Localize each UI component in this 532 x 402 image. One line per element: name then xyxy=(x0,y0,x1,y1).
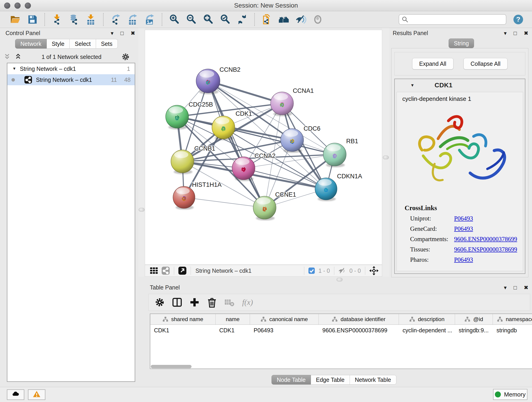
left-splitter[interactable] xyxy=(138,28,145,277)
expand-all-icon[interactable] xyxy=(14,53,22,61)
right-splitter[interactable] xyxy=(382,28,389,277)
fit-content-icon[interactable] xyxy=(369,266,379,275)
node-CDKN1A[interactable] xyxy=(315,178,337,200)
column-header-shared-name[interactable]: shared name xyxy=(150,314,215,325)
tab-edge-table[interactable]: Edge Table xyxy=(311,375,350,385)
zoom-fit-icon[interactable] xyxy=(202,13,214,26)
node-CCNB2[interactable] xyxy=(196,69,220,93)
table-row[interactable]: CDK1CDK1P064939606.ENSP00000378699cyclin… xyxy=(150,325,532,336)
node-CDC25B[interactable] xyxy=(166,105,189,128)
panel-menu-icon[interactable]: ▾ xyxy=(504,285,507,290)
column-header-name[interactable]: name xyxy=(215,314,250,325)
node-label-CCNA2: CCNA2 xyxy=(254,153,276,159)
import-network-icon[interactable] xyxy=(51,13,63,26)
warnings-button[interactable] xyxy=(28,389,45,400)
node-CDK1[interactable] xyxy=(212,116,235,139)
node-CCNA1[interactable] xyxy=(271,92,293,115)
node-RB1[interactable] xyxy=(323,143,346,166)
node-HIST1H1A[interactable] xyxy=(173,186,195,208)
table-settings-gear-icon[interactable] xyxy=(154,297,165,308)
first-neighbors-icon[interactable] xyxy=(278,13,290,26)
edge-CCNB2-CCNE1[interactable] xyxy=(208,81,265,208)
node-CCNE1[interactable] xyxy=(253,196,276,219)
detach-view-icon[interactable] xyxy=(178,266,187,275)
scrollbar-thumb[interactable] xyxy=(151,365,191,368)
horizontal-splitter-handle[interactable] xyxy=(336,278,342,281)
panel-close-icon[interactable]: ✖ xyxy=(524,285,528,290)
column-header-database-identifier[interactable]: database identifier xyxy=(319,314,399,325)
table-horizontal-scrollbar[interactable] xyxy=(151,365,220,369)
panel-float-icon[interactable]: □ xyxy=(513,285,517,290)
crosslink-link[interactable]: 9606.ENSP00000378699 xyxy=(454,236,517,243)
export-image-icon[interactable] xyxy=(144,13,156,26)
selected-items-checkbox-icon[interactable] xyxy=(308,267,315,274)
left-splitter-handle[interactable] xyxy=(139,208,145,211)
apply-layout-icon[interactable] xyxy=(236,13,248,26)
gene-expander-icon[interactable]: ▼ xyxy=(410,83,414,88)
zoom-selected-icon[interactable] xyxy=(219,13,231,26)
open-session-icon[interactable] xyxy=(9,13,21,26)
network-row[interactable]: String Network – cdk1 11 48 xyxy=(7,74,135,85)
cell[interactable]: CDK1 xyxy=(150,327,215,334)
crosslink-link[interactable]: 9606.ENSP00000378699 xyxy=(454,246,517,253)
crosslink-link[interactable]: P06493 xyxy=(454,225,473,232)
import-table-icon[interactable] xyxy=(85,13,97,26)
crosslink-link[interactable]: P06493 xyxy=(454,215,473,222)
delete-column-icon[interactable] xyxy=(206,297,217,308)
tab-node-table[interactable]: Node Table xyxy=(272,375,311,385)
gene-header[interactable]: ▼ CDK1 xyxy=(395,79,525,91)
cloud-button[interactable] xyxy=(7,389,24,400)
zoom-out-icon[interactable] xyxy=(185,13,197,26)
cell[interactable]: CDK1 xyxy=(215,327,250,334)
node-CDC6[interactable] xyxy=(281,128,304,152)
add-column-icon[interactable] xyxy=(189,297,200,308)
panel-close-icon[interactable]: ✖ xyxy=(131,31,135,36)
save-session-icon[interactable] xyxy=(26,13,38,26)
export-table-icon[interactable] xyxy=(127,13,139,26)
edge-HIST1H1A-CCNE1[interactable] xyxy=(184,197,265,208)
tab-style[interactable]: Style xyxy=(47,39,70,49)
panel-menu-icon[interactable]: ▾ xyxy=(111,31,114,36)
cell[interactable]: stringdb:9... xyxy=(455,327,493,334)
birdseye-grid-icon[interactable] xyxy=(149,266,158,275)
network-view-canvas[interactable]: CCNB2CCNA1CDC25BCDK1CDC6RB1CCNB1CCNA2CDK… xyxy=(145,30,382,265)
tab-string[interactable]: String xyxy=(449,38,474,48)
panel-float-icon[interactable]: □ xyxy=(120,31,124,36)
expand-all-button[interactable]: Expand All xyxy=(412,58,453,70)
tab-sets[interactable]: Sets xyxy=(96,39,118,49)
gear-icon[interactable] xyxy=(121,52,130,61)
hide-selection-icon[interactable] xyxy=(295,13,307,26)
node-CCNB1[interactable] xyxy=(171,150,194,173)
panel-close-icon[interactable]: ✖ xyxy=(524,31,528,36)
memory-button[interactable]: Memory xyxy=(493,389,527,400)
column-header-canonical-name[interactable]: canonical name xyxy=(250,314,319,325)
cell[interactable]: P06493 xyxy=(250,327,319,334)
zoom-in-icon[interactable] xyxy=(168,13,180,26)
tree-expander-icon[interactable]: ▼ xyxy=(12,66,16,71)
right-splitter-handle[interactable] xyxy=(383,156,389,159)
node-CCNA2[interactable] xyxy=(232,157,255,180)
cell[interactable]: 9606.ENSP00000378699 xyxy=(319,327,399,334)
cell[interactable]: cyclin-dependent ... xyxy=(399,327,455,334)
help-icon[interactable]: ? xyxy=(512,13,524,26)
column-header--id[interactable]: @id xyxy=(455,314,493,325)
panel-menu-icon[interactable]: ▾ xyxy=(504,31,507,36)
export-network-icon[interactable] xyxy=(110,13,122,26)
column-header-namespace[interactable]: namespace xyxy=(493,314,532,325)
search-input[interactable] xyxy=(399,14,506,25)
import-network-from-database-icon[interactable] xyxy=(68,13,80,26)
cell[interactable]: stringdb xyxy=(493,327,532,334)
node-table[interactable]: shared namenamecanonical namedatabase id… xyxy=(150,313,532,369)
panel-float-icon[interactable]: □ xyxy=(513,31,517,36)
crosslink-link[interactable]: P06493 xyxy=(454,256,473,263)
show-columns-icon[interactable] xyxy=(172,297,183,308)
tab-select[interactable]: Select xyxy=(70,39,96,49)
collapse-all-icon[interactable] xyxy=(3,53,11,61)
memory-status-dot-icon xyxy=(495,391,501,397)
collapse-all-button[interactable]: Collapse All xyxy=(463,58,508,70)
tab-network[interactable]: Network xyxy=(15,39,47,49)
tab-network-table[interactable]: Network Table xyxy=(350,375,396,385)
column-header-description[interactable]: description xyxy=(399,314,455,325)
clone-network-icon[interactable] xyxy=(261,13,273,26)
network-collection-row[interactable]: ▼ String Network – cdk1 1 xyxy=(7,63,135,74)
